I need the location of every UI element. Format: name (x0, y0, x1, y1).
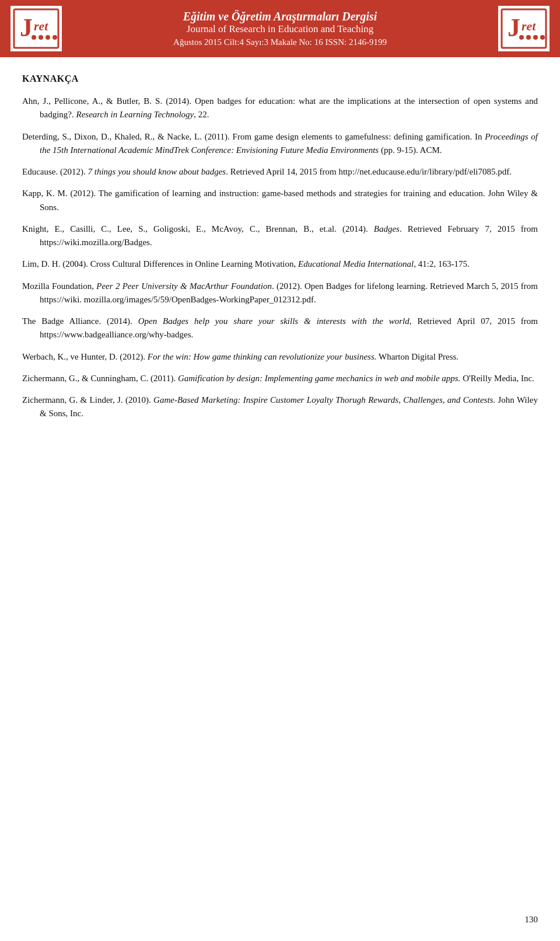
svg-point-13 (526, 35, 531, 40)
ref-text-2: Deterding, S., Dixon, D., Khaled, R., & … (22, 130, 538, 158)
reference-8: The Badge Alliance. (2014). Open Badges … (22, 315, 538, 342)
svg-point-5 (38, 35, 43, 40)
reference-1: Ahn, J., Pellicone, A., & Butler, B. S. … (22, 95, 538, 122)
svg-point-12 (519, 35, 524, 40)
svg-point-7 (52, 35, 57, 40)
svg-text:J: J (508, 13, 520, 42)
ref-text-11: Zichermann, G. & Linder, J. (2010). Game… (22, 393, 538, 421)
svg-point-15 (540, 35, 545, 40)
reference-5: Knight, E., Casilli, C., Lee, S., Goligo… (22, 222, 538, 250)
svg-text:ret: ret (34, 19, 48, 33)
reference-11: Zichermann, G. & Linder, J. (2010). Game… (22, 393, 538, 421)
ref-text-4: Kapp, K. M. (2012). The gamification of … (22, 187, 538, 214)
ref-text-8: The Badge Alliance. (2014). Open Badges … (22, 315, 538, 342)
section-heading: KAYNAKÇA (22, 74, 538, 84)
ref-text-5: Knight, E., Casilli, C., Lee, S., Goligo… (22, 222, 538, 250)
journal-title-sub: Journal of Research in Education and Tea… (71, 23, 489, 35)
journal-title-info: Ağustos 2015 Cilt:4 Sayı:3 Makale No: 16… (71, 37, 489, 47)
ref-text-3: Educause. (2012). 7 things you should kn… (22, 165, 538, 179)
ref-text-7: Mozilla Foundation, Peer 2 Peer Universi… (22, 280, 538, 307)
page-number: 130 (525, 915, 538, 925)
svg-text:ret: ret (522, 19, 536, 33)
svg-text:J: J (20, 13, 33, 42)
ref-text-10: Zichermann, G., & Cunningham, C. (2011).… (22, 372, 538, 385)
reference-3: Educause. (2012). 7 things you should kn… (22, 165, 538, 179)
svg-point-14 (533, 35, 538, 40)
main-content: KAYNAKÇA Ahn, J., Pellicone, A., & Butle… (0, 57, 560, 464)
reference-4: Kapp, K. M. (2012). The gamification of … (22, 187, 538, 214)
ref-text-6: Lim, D. H. (2004). Cross Cultural Differ… (22, 257, 538, 271)
right-logo: J ret (498, 6, 550, 51)
reference-9: Werbach, K., ve Hunter, D. (2012). For t… (22, 350, 538, 364)
reference-7: Mozilla Foundation, Peer 2 Peer Universi… (22, 280, 538, 307)
reference-2: Deterding, S., Dixon, D., Khaled, R., & … (22, 130, 538, 158)
ref-text-1: Ahn, J., Pellicone, A., & Butler, B. S. … (22, 95, 538, 122)
ref-text-9: Werbach, K., ve Hunter, D. (2012). For t… (22, 350, 538, 364)
page-header: J ret Eğitim ve Öğretim Araştırmaları De… (0, 0, 560, 57)
journal-title-main: Eğitim ve Öğretim Araştırmaları Dergisi (71, 10, 489, 23)
svg-point-4 (32, 35, 36, 40)
left-logo: J ret (10, 6, 62, 51)
svg-point-6 (46, 35, 50, 40)
reference-6: Lim, D. H. (2004). Cross Cultural Differ… (22, 257, 538, 271)
header-text-block: Eğitim ve Öğretim Araştırmaları Dergisi … (62, 10, 498, 47)
reference-10: Zichermann, G., & Cunningham, C. (2011).… (22, 372, 538, 385)
